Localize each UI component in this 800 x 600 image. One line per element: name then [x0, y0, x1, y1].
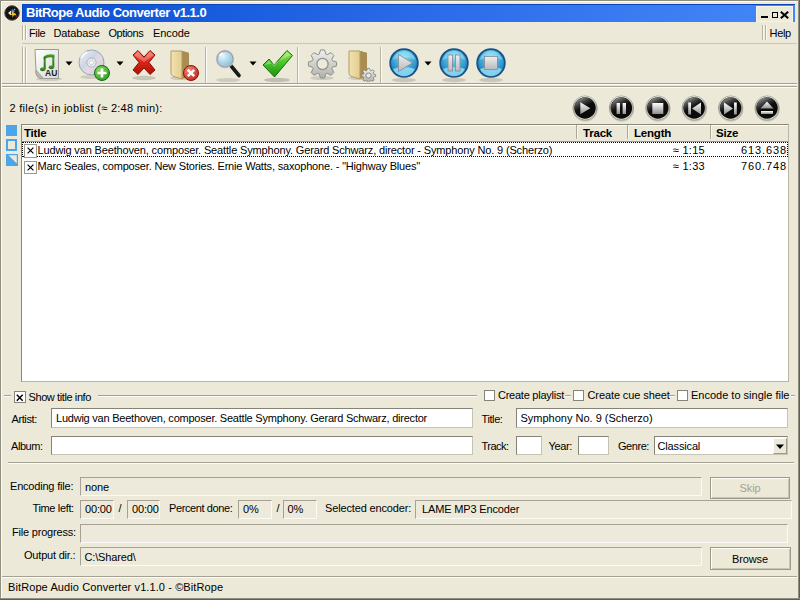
svg-text:AU: AU — [45, 68, 57, 78]
